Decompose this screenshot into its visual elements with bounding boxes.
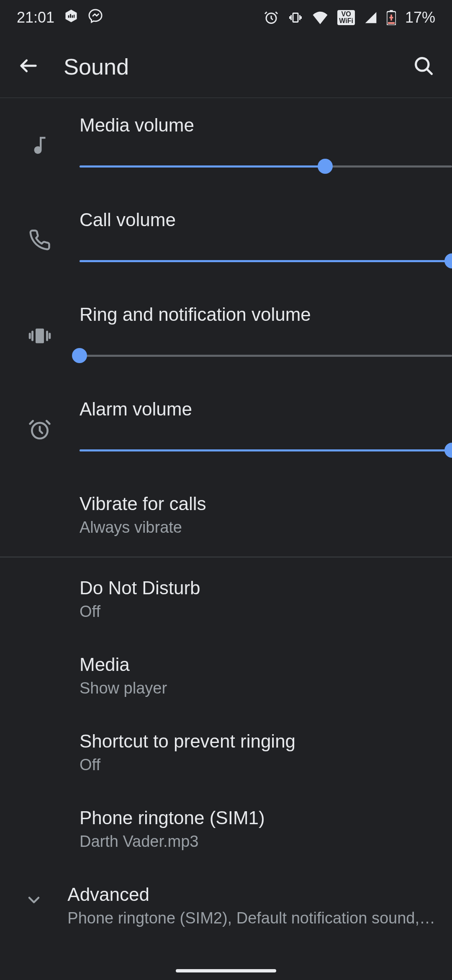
nav-home-pill[interactable] — [176, 969, 276, 972]
alarm-volume-content: Alarm volume — [80, 382, 452, 477]
svg-rect-8 — [390, 10, 393, 12]
vibrate-title: Vibrate for calls — [80, 493, 427, 514]
phone-ringtone-sim1-item[interactable]: Phone ringtone (SIM1) Darth Vader.mp3 — [0, 791, 452, 867]
call-volume-label: Call volume — [80, 209, 452, 230]
advanced-subtitle: Phone ringtone (SIM2), Default notificat… — [67, 909, 435, 927]
ring-volume-label: Ring and notification volume — [80, 304, 452, 325]
do-not-disturb-item[interactable]: Do Not Disturb Off — [0, 561, 452, 637]
ring-volume-slider[interactable] — [80, 348, 452, 363]
advanced-title: Advanced — [67, 884, 435, 905]
ring-volume-content: Ring and notification volume — [80, 287, 452, 382]
battery-icon — [387, 10, 396, 25]
vibration-icon — [27, 323, 52, 350]
media-volume-icon-col — [0, 98, 80, 158]
phone-icon — [28, 229, 51, 253]
vowifi-bot: WiFi — [339, 18, 353, 24]
advanced-icon-col — [0, 867, 67, 911]
music-note-icon — [28, 134, 51, 158]
vibrate-status-icon — [288, 10, 303, 25]
status-time: 21:01 — [17, 9, 54, 26]
search-icon[interactable] — [413, 55, 434, 78]
messenger-icon — [88, 8, 103, 27]
dnd-title: Do Not Disturb — [80, 578, 427, 598]
page-title: Sound — [64, 54, 413, 80]
status-bar: 21:01 VO WiFi 17% — [0, 0, 452, 35]
media-volume-label: Media volume — [80, 115, 452, 136]
svg-rect-3 — [72, 15, 73, 18]
call-volume-row: Call volume — [0, 193, 452, 287]
media-subtitle: Show player — [80, 679, 427, 697]
app-bar: Sound — [0, 35, 452, 98]
svg-rect-2 — [70, 14, 71, 18]
call-volume-content: Call volume — [80, 193, 452, 287]
vowifi-top: VO — [339, 11, 353, 18]
call-volume-slider[interactable] — [80, 254, 452, 268]
settings-list: Media volume Call volume Ring and no — [0, 98, 452, 944]
wifi-icon — [312, 11, 328, 24]
vowifi-badge: VO WiFi — [337, 10, 355, 25]
dnd-subtitle: Off — [80, 603, 427, 621]
alarm-volume-label: Alarm volume — [80, 399, 452, 420]
media-item[interactable]: Media Show player — [0, 637, 452, 714]
svg-rect-6 — [293, 13, 298, 22]
alarm-volume-slider[interactable] — [80, 443, 452, 457]
vibrate-for-calls-item[interactable]: Vibrate for calls Always vibrate — [0, 477, 452, 553]
ring-volume-row: Ring and notification volume — [0, 287, 452, 382]
call-volume-icon-col — [0, 193, 80, 253]
vibrate-subtitle: Always vibrate — [80, 518, 427, 536]
status-right: VO WiFi 17% — [264, 9, 435, 26]
shortcut-prevent-ringing-item[interactable]: Shortcut to prevent ringing Off — [0, 714, 452, 791]
ring-volume-icon-col — [0, 287, 80, 350]
divider — [0, 557, 452, 557]
media-volume-row: Media volume — [0, 98, 452, 193]
status-left: 21:01 — [17, 8, 103, 27]
advanced-content: Advanced Phone ringtone (SIM2), Default … — [67, 867, 452, 944]
ringtone-title: Phone ringtone (SIM1) — [80, 807, 427, 828]
back-icon[interactable] — [18, 55, 39, 78]
media-volume-slider[interactable] — [80, 159, 452, 173]
alarm-volume-row: Alarm volume — [0, 382, 452, 477]
shortcut-subtitle: Off — [80, 756, 427, 774]
svg-rect-1 — [68, 15, 69, 18]
svg-rect-9 — [388, 22, 395, 24]
shortcut-title: Shortcut to prevent ringing — [80, 731, 427, 752]
battery-percent: 17% — [405, 9, 435, 26]
chevron-down-icon — [25, 891, 43, 911]
alarm-status-icon — [264, 10, 279, 25]
advanced-item[interactable]: Advanced Phone ringtone (SIM2), Default … — [0, 867, 452, 944]
media-title: Media — [80, 654, 427, 675]
svg-rect-4 — [74, 15, 74, 18]
alarm-volume-icon-col — [0, 382, 80, 443]
svg-rect-11 — [389, 17, 393, 18]
hex-app-icon — [64, 8, 79, 27]
alarm-icon — [28, 418, 51, 443]
ringtone-subtitle: Darth Vader.mp3 — [80, 833, 427, 851]
svg-rect-13 — [36, 329, 44, 343]
media-volume-content: Media volume — [80, 98, 452, 193]
signal-icon — [364, 11, 378, 24]
